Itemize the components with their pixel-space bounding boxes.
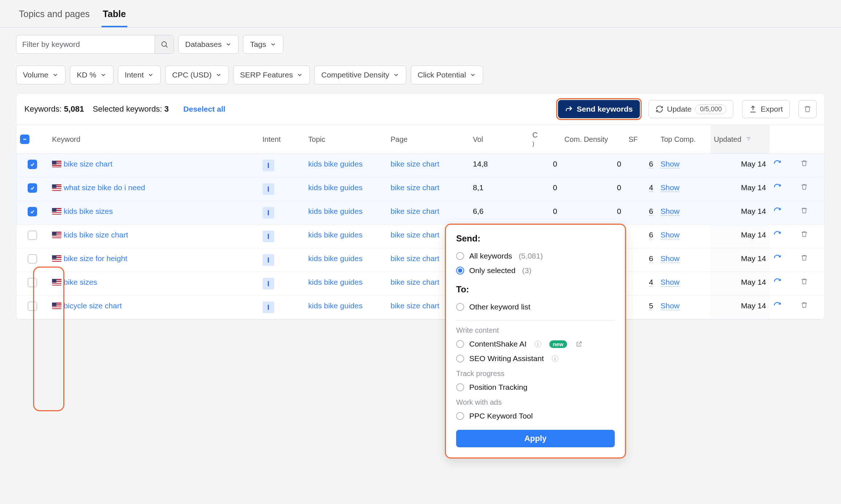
topic-link[interactable]: kids bike guides: [308, 278, 362, 286]
col-c[interactable]: C): [529, 125, 561, 154]
filter-databases[interactable]: Databases: [178, 35, 239, 54]
page-link[interactable]: bike size chart: [391, 301, 439, 310]
keyword-link[interactable]: bicycle size chart: [64, 301, 122, 310]
update-button[interactable]: Update 0/5,000: [649, 100, 734, 118]
intent-badge[interactable]: I: [263, 160, 274, 171]
page-link[interactable]: bike size chart: [391, 183, 439, 192]
delete-row-button[interactable]: [801, 278, 821, 285]
delete-row-button[interactable]: [801, 254, 821, 261]
intent-badge[interactable]: I: [263, 301, 274, 313]
delete-row-button[interactable]: [801, 301, 821, 309]
sf-cell[interactable]: 6: [625, 201, 657, 225]
info-icon[interactable]: i: [552, 355, 558, 362]
intent-badge[interactable]: I: [263, 254, 274, 266]
filter-serp[interactable]: SERP Features: [233, 65, 310, 84]
intent-badge[interactable]: I: [263, 278, 274, 289]
topic-link[interactable]: kids bike guides: [308, 301, 362, 310]
sf-cell[interactable]: 6: [625, 154, 657, 177]
col-keyword[interactable]: Keyword: [48, 125, 259, 154]
keyword-link[interactable]: kids bike size chart: [64, 231, 128, 239]
send-keywords-button[interactable]: Send keywords: [558, 100, 639, 118]
sf-cell[interactable]: 4: [625, 177, 657, 201]
select-all-checkbox[interactable]: [20, 135, 29, 144]
show-topcomp-button[interactable]: Show: [661, 160, 680, 168]
col-volume[interactable]: Vol: [469, 125, 529, 154]
info-icon[interactable]: i: [535, 341, 541, 347]
delete-all-button[interactable]: [798, 100, 817, 118]
intent-badge[interactable]: I: [263, 207, 274, 219]
topic-link[interactable]: kids bike guides: [308, 254, 362, 263]
refresh-row-button[interactable]: [773, 207, 793, 215]
refresh-row-button[interactable]: [773, 160, 793, 168]
refresh-row-button[interactable]: [773, 254, 793, 262]
intent-badge[interactable]: I: [263, 231, 274, 242]
radio-contentshake[interactable]: ContentShake AI i new: [456, 337, 615, 351]
tab-topics-and-pages[interactable]: Topics and pages: [17, 9, 91, 27]
page-link[interactable]: bike size chart: [391, 207, 439, 215]
keyword-link[interactable]: what size bike do i need: [64, 183, 145, 192]
external-link-icon[interactable]: [576, 341, 582, 347]
delete-row-button[interactable]: [801, 231, 821, 238]
col-density[interactable]: Com. Density: [561, 125, 625, 154]
page-link[interactable]: bike size chart: [391, 231, 439, 239]
show-topcomp-button[interactable]: Show: [661, 254, 680, 263]
refresh-row-button[interactable]: [773, 301, 793, 309]
show-topcomp-button[interactable]: Show: [661, 278, 680, 287]
keyword-link[interactable]: bike size chart: [64, 160, 112, 168]
refresh-row-button[interactable]: [773, 183, 793, 191]
row-checkbox[interactable]: [28, 207, 37, 216]
radio-position-tracking[interactable]: Position Tracking: [456, 380, 615, 395]
refresh-row-button[interactable]: [773, 278, 793, 286]
apply-button[interactable]: Apply: [456, 430, 615, 447]
row-checkbox[interactable]: [28, 254, 37, 264]
radio-other-keyword-list[interactable]: Other keyword list: [456, 300, 615, 314]
show-topcomp-button[interactable]: Show: [661, 231, 680, 239]
radio-ppc-keyword-tool[interactable]: PPC Keyword Tool: [456, 409, 615, 423]
filter-compdensity[interactable]: Competitive Density: [314, 65, 406, 84]
sf-cell[interactable]: 6: [625, 248, 657, 272]
filter-volume[interactable]: Volume: [16, 65, 65, 84]
row-checkbox[interactable]: [28, 301, 37, 311]
filter-intent[interactable]: Intent: [118, 65, 161, 84]
intent-badge[interactable]: I: [263, 183, 274, 195]
keyword-link[interactable]: bike size for height: [64, 254, 127, 263]
keyword-link[interactable]: bike sizes: [64, 278, 97, 286]
show-topcomp-button[interactable]: Show: [661, 207, 680, 216]
export-button[interactable]: Export: [742, 100, 790, 118]
sf-cell[interactable]: 6: [625, 225, 657, 248]
col-sf[interactable]: SF: [625, 125, 657, 154]
search-button[interactable]: [155, 35, 174, 53]
radio-seo-writing-assistant[interactable]: SEO Writing Assistant i: [456, 351, 615, 366]
tab-table[interactable]: Table: [101, 9, 127, 27]
page-link[interactable]: bike size chart: [391, 160, 439, 168]
row-checkbox[interactable]: [28, 160, 37, 169]
filter-clickpotential[interactable]: Click Potential: [411, 65, 483, 84]
filter-kd[interactable]: KD %: [70, 65, 113, 84]
radio-only-selected[interactable]: Only selected (3): [456, 263, 615, 278]
col-topcomp[interactable]: Top Comp.: [657, 125, 710, 154]
show-topcomp-button[interactable]: Show: [661, 301, 680, 310]
delete-row-button[interactable]: [801, 207, 821, 214]
radio-all-keywords[interactable]: All keywords (5,081): [456, 249, 615, 263]
row-checkbox[interactable]: [28, 231, 37, 240]
page-link[interactable]: bike size chart: [391, 254, 439, 263]
delete-row-button[interactable]: [801, 160, 821, 167]
col-topic[interactable]: Topic: [304, 125, 387, 154]
topic-link[interactable]: kids bike guides: [308, 160, 362, 168]
show-topcomp-button[interactable]: Show: [661, 183, 680, 192]
col-page[interactable]: Page: [387, 125, 469, 154]
sf-cell[interactable]: 4: [625, 272, 657, 296]
col-updated[interactable]: Updated: [710, 125, 770, 154]
row-checkbox[interactable]: [28, 183, 37, 193]
row-checkbox[interactable]: [28, 278, 37, 287]
deselect-all-button[interactable]: Deselect all: [183, 105, 226, 113]
filter-cpc[interactable]: CPC (USD): [165, 65, 229, 84]
sf-cell[interactable]: 5: [625, 296, 657, 319]
delete-row-button[interactable]: [801, 183, 821, 191]
topic-link[interactable]: kids bike guides: [308, 183, 362, 192]
refresh-row-button[interactable]: [773, 231, 793, 239]
col-intent[interactable]: Intent: [259, 125, 305, 154]
topic-link[interactable]: kids bike guides: [308, 207, 362, 215]
keyword-link[interactable]: kids bike sizes: [64, 207, 113, 215]
filter-tags[interactable]: Tags: [243, 35, 283, 54]
